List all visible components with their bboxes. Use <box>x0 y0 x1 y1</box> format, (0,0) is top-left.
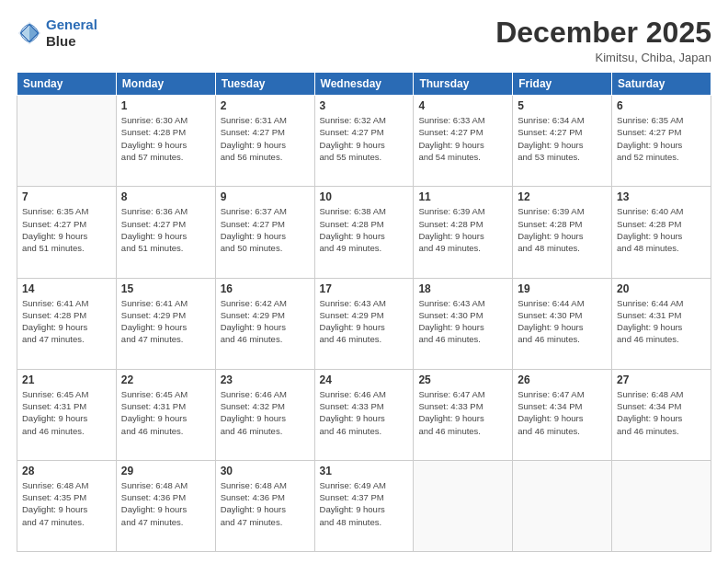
sunset-text: Sunset: 4:28 PM <box>320 218 409 230</box>
sunset-text: Sunset: 4:27 PM <box>418 126 507 138</box>
daylight-text-2: and 55 minutes. <box>320 151 409 163</box>
day-cell: 5Sunrise: 6:34 AMSunset: 4:27 PMDaylight… <box>513 96 612 187</box>
day-number: 27 <box>617 373 706 386</box>
daylight-text-2: and 51 minutes. <box>121 242 210 254</box>
day-info: Sunrise: 6:39 AMSunset: 4:28 PMDaylight:… <box>418 205 507 254</box>
daylight-text: Daylight: 9 hours <box>418 230 507 242</box>
column-header-thursday: Thursday <box>414 73 513 96</box>
daylight-text: Daylight: 9 hours <box>221 230 310 242</box>
daylight-text: Daylight: 9 hours <box>22 230 111 242</box>
daylight-text-2: and 46 minutes. <box>320 425 409 437</box>
day-number: 29 <box>121 465 210 477</box>
day-cell: 11Sunrise: 6:39 AMSunset: 4:28 PMDayligh… <box>414 187 513 278</box>
day-number: 5 <box>518 99 607 112</box>
day-cell: 12Sunrise: 6:39 AMSunset: 4:28 PMDayligh… <box>513 187 612 278</box>
day-number: 16 <box>221 282 310 295</box>
logo: General Blue <box>17 17 97 50</box>
daylight-text: Daylight: 9 hours <box>418 139 507 151</box>
day-number: 10 <box>320 190 409 203</box>
sunset-text: Sunset: 4:37 PM <box>320 491 409 503</box>
day-info: Sunrise: 6:48 AMSunset: 4:36 PMDaylight:… <box>221 479 310 528</box>
daylight-text: Daylight: 9 hours <box>121 321 210 333</box>
sunset-text: Sunset: 4:36 PM <box>221 491 310 503</box>
day-number: 9 <box>221 190 310 203</box>
daylight-text-2: and 46 minutes. <box>518 425 607 437</box>
sunset-text: Sunset: 4:28 PM <box>518 218 607 230</box>
daylight-text: Daylight: 9 hours <box>418 412 507 424</box>
day-cell: 3Sunrise: 6:32 AMSunset: 4:27 PMDaylight… <box>314 96 414 187</box>
daylight-text: Daylight: 9 hours <box>320 230 409 242</box>
day-number: 13 <box>617 190 706 203</box>
sunrise-text: Sunrise: 6:47 AM <box>518 388 607 400</box>
week-row-3: 14Sunrise: 6:41 AMSunset: 4:28 PMDayligh… <box>17 278 711 369</box>
sunset-text: Sunset: 4:34 PM <box>617 400 706 412</box>
day-cell: 1Sunrise: 6:30 AMSunset: 4:28 PMDaylight… <box>116 96 215 187</box>
sunset-text: Sunset: 4:27 PM <box>221 218 310 230</box>
daylight-text: Daylight: 9 hours <box>22 321 111 333</box>
sunrise-text: Sunrise: 6:31 AM <box>221 114 310 126</box>
sunset-text: Sunset: 4:29 PM <box>121 309 210 321</box>
daylight-text-2: and 47 minutes. <box>221 516 310 528</box>
sunrise-text: Sunrise: 6:41 AM <box>22 297 111 309</box>
daylight-text: Daylight: 9 hours <box>121 230 210 242</box>
sunrise-text: Sunrise: 6:45 AM <box>22 388 111 400</box>
daylight-text: Daylight: 9 hours <box>320 321 409 333</box>
logo-line1: General <box>46 17 97 32</box>
daylight-text-2: and 46 minutes. <box>418 425 507 437</box>
sunrise-text: Sunrise: 6:42 AM <box>221 297 310 309</box>
sunrise-text: Sunrise: 6:47 AM <box>418 388 507 400</box>
day-cell: 21Sunrise: 6:45 AMSunset: 4:31 PMDayligh… <box>17 369 117 460</box>
sunset-text: Sunset: 4:32 PM <box>221 400 310 412</box>
daylight-text-2: and 46 minutes. <box>22 425 111 437</box>
day-cell: 18Sunrise: 6:43 AMSunset: 4:30 PMDayligh… <box>414 278 513 369</box>
day-cell: 27Sunrise: 6:48 AMSunset: 4:34 PMDayligh… <box>612 369 711 460</box>
day-info: Sunrise: 6:44 AMSunset: 4:30 PMDaylight:… <box>518 297 607 346</box>
daylight-text-2: and 46 minutes. <box>320 333 409 345</box>
day-cell: 31Sunrise: 6:49 AMSunset: 4:37 PMDayligh… <box>314 460 414 551</box>
day-number: 11 <box>418 190 507 203</box>
day-number: 15 <box>121 282 210 295</box>
day-number: 23 <box>221 373 310 386</box>
daylight-text-2: and 54 minutes. <box>418 151 507 163</box>
daylight-text-2: and 48 minutes. <box>320 516 409 528</box>
day-number: 3 <box>320 99 409 112</box>
column-header-sunday: Sunday <box>17 73 117 96</box>
daylight-text: Daylight: 9 hours <box>617 230 706 242</box>
sunset-text: Sunset: 4:34 PM <box>518 400 607 412</box>
day-info: Sunrise: 6:46 AMSunset: 4:32 PMDaylight:… <box>221 388 310 437</box>
daylight-text-2: and 51 minutes. <box>22 242 111 254</box>
daylight-text-2: and 46 minutes. <box>617 425 706 437</box>
sunset-text: Sunset: 4:28 PM <box>22 309 111 321</box>
daylight-text-2: and 48 minutes. <box>518 242 607 254</box>
column-header-monday: Monday <box>116 73 215 96</box>
day-info: Sunrise: 6:34 AMSunset: 4:27 PMDaylight:… <box>518 114 607 163</box>
daylight-text-2: and 56 minutes. <box>221 151 310 163</box>
day-cell: 22Sunrise: 6:45 AMSunset: 4:31 PMDayligh… <box>116 369 215 460</box>
day-info: Sunrise: 6:32 AMSunset: 4:27 PMDaylight:… <box>320 114 409 163</box>
sunset-text: Sunset: 4:29 PM <box>320 309 409 321</box>
sunset-text: Sunset: 4:30 PM <box>418 309 507 321</box>
day-number: 12 <box>518 190 607 203</box>
week-row-5: 28Sunrise: 6:48 AMSunset: 4:35 PMDayligh… <box>17 460 711 551</box>
day-info: Sunrise: 6:31 AMSunset: 4:27 PMDaylight:… <box>221 114 310 163</box>
day-cell <box>513 460 612 551</box>
sunset-text: Sunset: 4:27 PM <box>121 218 210 230</box>
daylight-text: Daylight: 9 hours <box>22 503 111 515</box>
daylight-text: Daylight: 9 hours <box>221 321 310 333</box>
sunset-text: Sunset: 4:27 PM <box>518 126 607 138</box>
daylight-text: Daylight: 9 hours <box>418 321 507 333</box>
day-info: Sunrise: 6:44 AMSunset: 4:31 PMDaylight:… <box>617 297 706 346</box>
sunset-text: Sunset: 4:31 PM <box>617 309 706 321</box>
day-cell: 16Sunrise: 6:42 AMSunset: 4:29 PMDayligh… <box>215 278 314 369</box>
sunrise-text: Sunrise: 6:44 AM <box>518 297 607 309</box>
daylight-text-2: and 47 minutes. <box>22 516 111 528</box>
day-info: Sunrise: 6:45 AMSunset: 4:31 PMDaylight:… <box>121 388 210 437</box>
daylight-text-2: and 49 minutes. <box>418 242 507 254</box>
sunrise-text: Sunrise: 6:43 AM <box>418 297 507 309</box>
sunset-text: Sunset: 4:33 PM <box>320 400 409 412</box>
sunset-text: Sunset: 4:28 PM <box>121 126 210 138</box>
sunrise-text: Sunrise: 6:39 AM <box>418 205 507 217</box>
daylight-text: Daylight: 9 hours <box>121 139 210 151</box>
daylight-text: Daylight: 9 hours <box>320 503 409 515</box>
day-cell: 7Sunrise: 6:35 AMSunset: 4:27 PMDaylight… <box>17 187 117 278</box>
